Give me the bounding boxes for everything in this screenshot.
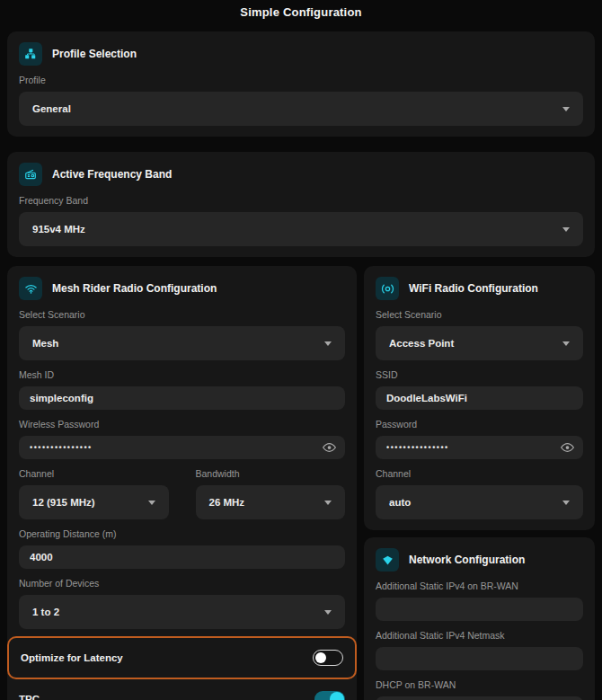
eye-icon[interactable]: [323, 443, 336, 453]
bandwidth-label: Bandwidth: [196, 468, 346, 479]
network-card-header: Network Configuration: [376, 548, 583, 572]
mesh-card-title: Mesh Rider Radio Configuration: [52, 282, 217, 295]
tpc-label: TPC: [19, 694, 40, 700]
mesh-rider-card: Mesh Rider Radio Configuration Select Sc…: [7, 266, 357, 700]
ssid-input[interactable]: [376, 386, 583, 410]
wifi-card-title: WiFi Radio Configuration: [409, 282, 538, 295]
number-of-devices-value: 1 to 2: [32, 607, 59, 617]
wifi-icon: [19, 277, 42, 300]
eye-icon[interactable]: [561, 443, 574, 453]
mesh-id-input[interactable]: [19, 386, 345, 410]
profile-selection-card: Profile Selection Profile General: [7, 31, 595, 137]
network-icon: [376, 548, 399, 572]
chevron-down-icon: [562, 107, 570, 111]
frequency-card-title: Active Frequency Band: [52, 168, 172, 181]
mesh-scenario-label: Select Scenario: [19, 309, 345, 320]
operating-distance-input[interactable]: [19, 545, 345, 569]
channel-label: Channel: [19, 468, 169, 479]
wifi-password-input[interactable]: [376, 436, 583, 459]
netmask-label: Additional Static IPv4 Netmask: [376, 630, 583, 641]
bandwidth-select[interactable]: 26 MHz: [196, 485, 346, 519]
number-of-devices-label: Number of Devices: [19, 578, 345, 589]
wifi-scenario-value: Access Point: [389, 338, 454, 349]
wifi-card-header: WiFi Radio Configuration: [376, 277, 583, 300]
channel-value: 12 (915 MHz): [32, 497, 95, 508]
chevron-down-icon: [148, 501, 155, 505]
wireless-password-field: [19, 436, 345, 459]
wifi-password-label: Password: [376, 419, 583, 430]
hierarchy-icon: [19, 42, 42, 66]
frequency-band-label: Frequency Band: [19, 195, 583, 206]
dhcp-select[interactable]: Client Enabled: [376, 696, 583, 700]
profile-select-value: General: [32, 103, 71, 114]
radio-icon: [19, 163, 42, 186]
optimize-latency-label: Optimize for Latency: [21, 652, 123, 663]
mesh-scenario-value: Mesh: [32, 338, 58, 349]
toggle-knob: [330, 692, 344, 700]
profile-select[interactable]: General: [19, 92, 583, 126]
page-header: Simple Configuration: [0, 0, 602, 31]
mesh-card-header: Mesh Rider Radio Configuration: [19, 277, 345, 300]
toggle-knob: [315, 652, 326, 663]
wifi-channel-label: Channel: [376, 468, 583, 479]
wifi-scenario-select[interactable]: Access Point: [376, 326, 583, 360]
bandwidth-value: 26 MHz: [209, 497, 245, 508]
chevron-down-icon: [562, 501, 570, 505]
optimize-latency-row: Optimize for Latency: [7, 636, 357, 679]
wireless-password-label: Wireless Password: [19, 419, 345, 430]
chevron-down-icon: [324, 501, 332, 505]
tpc-row: TPC: [19, 681, 345, 700]
optimize-latency-toggle[interactable]: [313, 650, 343, 666]
mesh-scenario-select[interactable]: Mesh: [19, 326, 345, 360]
frequency-band-select[interactable]: 915v4 MHz: [19, 212, 583, 246]
dhcp-label: DHCP on BR-WAN: [376, 679, 583, 690]
network-config-card: Network Configuration Additional Static …: [364, 537, 595, 700]
chevron-down-icon: [324, 610, 332, 615]
static-ipv4-input[interactable]: [376, 598, 583, 621]
wireless-password-input[interactable]: [19, 436, 345, 459]
page-title: Simple Configuration: [0, 5, 602, 19]
network-card-title: Network Configuration: [409, 554, 525, 566]
channel-bandwidth-row: Channel 12 (915 MHz) Bandwidth 26 MHz: [19, 459, 345, 519]
profile-card-header: Profile Selection: [19, 42, 583, 66]
wifi-password-field: [376, 436, 583, 459]
netmask-input[interactable]: [376, 647, 583, 670]
wifi-radio-card: WiFi Radio Configuration Select Scenario…: [364, 266, 595, 530]
wifi-channel-select[interactable]: auto: [376, 485, 583, 519]
profile-label: Profile: [19, 75, 583, 85]
number-of-devices-select[interactable]: 1 to 2: [19, 595, 345, 629]
wifi-channel-value: auto: [389, 497, 411, 508]
ssid-label: SSID: [376, 369, 583, 380]
mesh-id-label: Mesh ID: [19, 369, 345, 380]
chevron-down-icon: [562, 227, 570, 232]
main-container: Profile Selection Profile General Active…: [0, 31, 602, 700]
profile-card-title: Profile Selection: [52, 48, 137, 60]
access-point-icon: [376, 277, 399, 300]
wifi-scenario-label: Select Scenario: [376, 309, 583, 320]
two-column-layout: Mesh Rider Radio Configuration Select Sc…: [7, 266, 595, 700]
frequency-band-value: 915v4 MHz: [32, 224, 85, 235]
frequency-band-card: Active Frequency Band Frequency Band 915…: [7, 152, 595, 257]
operating-distance-label: Operating Distance (m): [19, 528, 345, 539]
static-ipv4-label: Additional Static IPv4 on BR-WAN: [376, 580, 583, 591]
chevron-down-icon: [562, 341, 570, 346]
tpc-toggle[interactable]: [314, 691, 345, 700]
right-column: WiFi Radio Configuration Select Scenario…: [364, 266, 595, 700]
chevron-down-icon: [324, 341, 332, 346]
frequency-card-header: Active Frequency Band: [19, 163, 583, 186]
channel-select[interactable]: 12 (915 MHz): [19, 485, 169, 519]
